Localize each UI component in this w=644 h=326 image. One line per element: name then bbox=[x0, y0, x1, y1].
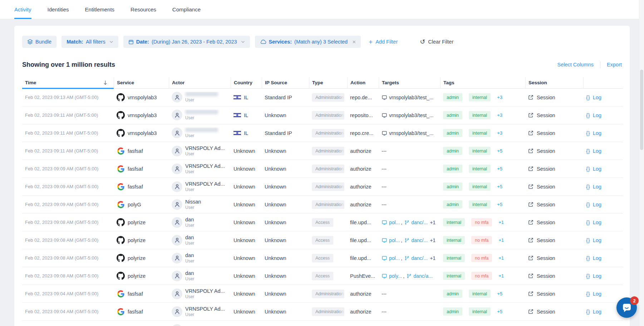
log-link[interactable]: {} Log bbox=[583, 202, 624, 207]
session-link[interactable]: Session bbox=[525, 202, 583, 207]
nav-tabs: Activity Identities Entitlements Resourc… bbox=[14, 0, 201, 19]
tags-more[interactable]: +1 bbox=[498, 273, 504, 279]
chat-widget-button[interactable]: 2 bbox=[616, 297, 637, 318]
tab-compliance[interactable]: Compliance bbox=[172, 0, 201, 19]
column-header-service[interactable]: Service bbox=[114, 77, 169, 88]
session-link[interactable]: Session bbox=[525, 130, 583, 136]
session-link[interactable]: Session bbox=[525, 237, 583, 243]
table-row[interactable] bbox=[22, 321, 623, 326]
tags-more[interactable]: +3 bbox=[497, 95, 502, 100]
target-link[interactable]: pol... bbox=[382, 255, 400, 261]
tag-admin: admin bbox=[443, 93, 462, 101]
session-link[interactable]: Session bbox=[525, 273, 583, 279]
column-header-ip-source[interactable]: IP Source bbox=[262, 77, 309, 88]
session-link[interactable]: Session bbox=[525, 309, 583, 315]
add-filter-button[interactable]: + Add Filter bbox=[369, 39, 398, 45]
column-header-action[interactable]: Action bbox=[347, 77, 379, 88]
target-link[interactable]: pol... bbox=[382, 237, 400, 243]
avatar bbox=[172, 146, 182, 156]
session-link[interactable]: Session bbox=[525, 255, 583, 261]
github-icon bbox=[117, 254, 125, 262]
tags-more[interactable]: +5 bbox=[497, 166, 502, 171]
target-link[interactable]: danc/a... bbox=[407, 273, 433, 279]
session-link[interactable]: Session bbox=[525, 148, 583, 154]
tags-more[interactable]: +3 bbox=[497, 130, 502, 136]
table-row[interactable]: Feb 02, 2023 09:09 AM (GMT-5:00) fasfsaf… bbox=[22, 178, 623, 196]
service-name: vrnspolylab3 bbox=[128, 130, 157, 136]
date-filter[interactable]: Date: (During) Jan 26, 2023 - Feb 02, 20… bbox=[123, 36, 250, 48]
column-header-actor[interactable]: Actor bbox=[169, 77, 231, 88]
braces-icon: {} bbox=[586, 309, 590, 315]
cell-actor: dan User bbox=[169, 235, 231, 246]
table-row[interactable]: Feb 02, 2023 09:11 AM (GMT-5:00) fasfsaf… bbox=[22, 142, 623, 160]
google-icon bbox=[117, 201, 124, 208]
tab-entitlements[interactable]: Entitlements bbox=[85, 0, 115, 19]
session-link[interactable]: Session bbox=[525, 220, 583, 225]
cell-time: Feb 02, 2023 09:08 AM (GMT-5:00) bbox=[22, 220, 114, 225]
column-header-session[interactable]: Session bbox=[525, 77, 583, 88]
tags-more[interactable]: +5 bbox=[497, 291, 502, 296]
table-row[interactable]: Feb 02, 2023 09:04 AM (GMT-5:00) fasfsaf… bbox=[22, 285, 623, 303]
tags-more[interactable]: +5 bbox=[497, 148, 502, 154]
column-header-time[interactable]: Time bbox=[22, 77, 114, 88]
table-row[interactable]: Feb 02, 2023 09:13 AM (GMT-5:00) vrnspol… bbox=[22, 89, 623, 106]
tab-activity[interactable]: Activity bbox=[14, 0, 31, 19]
export-button[interactable]: Export bbox=[607, 62, 622, 67]
table-row[interactable]: Feb 02, 2023 09:11 AM (GMT-5:00) vrnspol… bbox=[22, 124, 623, 142]
select-columns-button[interactable]: Select Columns bbox=[557, 62, 594, 67]
log-link[interactable]: {} Log bbox=[583, 112, 624, 118]
service-name: polyrize bbox=[128, 273, 146, 279]
tab-resources[interactable]: Resources bbox=[131, 0, 156, 19]
target-link[interactable]: poly... bbox=[382, 273, 402, 279]
target-link[interactable]: pol... bbox=[382, 220, 400, 225]
target-link[interactable]: danc/... bbox=[404, 220, 428, 225]
bundle-button[interactable]: Bundle bbox=[22, 36, 56, 48]
log-link[interactable]: {} Log bbox=[583, 166, 624, 172]
tags-more[interactable]: +1 bbox=[498, 255, 504, 261]
table-row[interactable]: Feb 02, 2023 09:04 AM (GMT-5:00) fasfsaf… bbox=[22, 303, 623, 321]
session-link[interactable]: Session bbox=[525, 112, 583, 118]
session-link[interactable]: Session bbox=[525, 291, 583, 297]
services-filter[interactable]: Services: (Match any) 3 Selected × bbox=[255, 36, 361, 48]
avatar bbox=[172, 199, 182, 210]
tags-more[interactable]: +5 bbox=[497, 202, 502, 207]
session-link[interactable]: Session bbox=[525, 95, 583, 100]
log-link[interactable]: {} Log bbox=[583, 273, 624, 279]
chevron-down-icon bbox=[109, 41, 113, 43]
column-header-tags[interactable]: Tags bbox=[440, 77, 525, 88]
target-link[interactable]: danc/... bbox=[404, 237, 428, 243]
session-link[interactable]: Session bbox=[525, 184, 583, 190]
tags-more[interactable]: +5 bbox=[497, 184, 502, 189]
log-link[interactable]: {} Log bbox=[583, 130, 624, 136]
service-name: fasfsaf bbox=[128, 148, 143, 154]
table-row[interactable]: Feb 02, 2023 09:08 AM (GMT-5:00) polyriz… bbox=[22, 214, 623, 231]
log-link[interactable]: {} Log bbox=[583, 255, 624, 261]
log-link[interactable]: {} Log bbox=[583, 184, 624, 190]
actor-name: VRNSPOLY Ad... bbox=[185, 163, 225, 169]
tab-identities[interactable]: Identities bbox=[48, 0, 69, 19]
column-header-type[interactable]: Type bbox=[309, 77, 347, 88]
log-link[interactable]: {} Log bbox=[583, 237, 624, 243]
target-link[interactable]: danc/... bbox=[404, 255, 428, 261]
clear-filter-button[interactable]: ↺ Clear Filter bbox=[420, 39, 453, 45]
table-row[interactable]: Feb 02, 2023 09:09 AM (GMT-5:00) polyG N… bbox=[22, 196, 623, 214]
match-filter[interactable]: Match: All filters bbox=[62, 36, 118, 48]
log-link[interactable]: {} Log bbox=[583, 291, 624, 297]
table-row[interactable]: Feb 02, 2023 09:08 AM (GMT-5:00) polyriz… bbox=[22, 267, 623, 285]
column-header-country[interactable]: Country bbox=[231, 77, 262, 88]
log-link[interactable]: {} Log bbox=[583, 220, 624, 225]
table-row[interactable]: Feb 02, 2023 09:11 AM (GMT-5:00) vrnspol… bbox=[22, 106, 623, 124]
log-link[interactable]: {} Log bbox=[583, 95, 624, 100]
column-header-targets[interactable]: Targets bbox=[379, 77, 440, 88]
table-row[interactable]: Feb 02, 2023 09:09 AM (GMT-5:00) fasfsaf… bbox=[22, 160, 623, 178]
table-row[interactable]: Feb 02, 2023 09:08 AM (GMT-5:00) polyriz… bbox=[22, 231, 623, 249]
tags-more[interactable]: +1 bbox=[498, 237, 504, 243]
session-link[interactable]: Session bbox=[525, 166, 583, 172]
tags-more[interactable]: +5 bbox=[497, 309, 502, 314]
log-link[interactable]: {} Log bbox=[583, 148, 624, 154]
remove-services-filter-icon[interactable]: × bbox=[352, 39, 356, 45]
table-row[interactable]: Feb 02, 2023 09:08 AM (GMT-5:00) polyriz… bbox=[22, 249, 623, 267]
tags-more[interactable]: +1 bbox=[498, 220, 504, 225]
tags-more[interactable]: +3 bbox=[497, 112, 502, 118]
scrollbar-thumb[interactable] bbox=[640, 70, 643, 150]
